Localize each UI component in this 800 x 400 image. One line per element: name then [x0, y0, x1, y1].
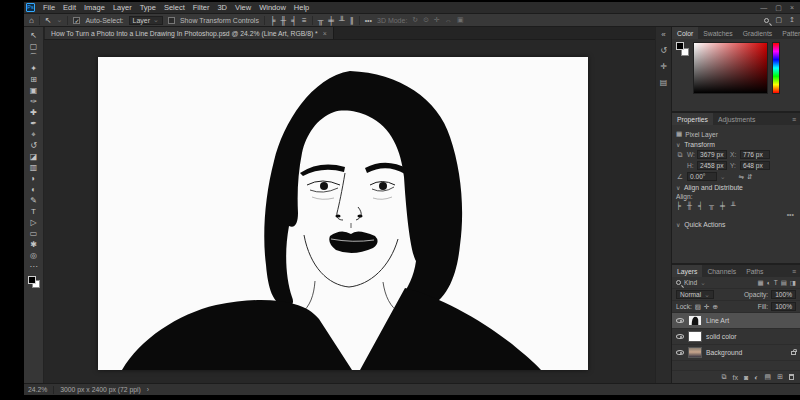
- pasteboard[interactable]: [44, 40, 655, 383]
- tab-channels[interactable]: Channels: [702, 265, 741, 277]
- color-swatch-control[interactable]: [28, 276, 40, 288]
- y-field[interactable]: 648 px: [740, 161, 770, 170]
- search-icon[interactable]: [764, 18, 769, 23]
- delete-layer-icon[interactable]: [789, 374, 794, 380]
- flip-vertical-icon[interactable]: ⇵: [747, 173, 753, 181]
- status-arrow-icon[interactable]: ›: [147, 386, 149, 393]
- zoom-tool-icon[interactable]: ◎: [30, 250, 37, 261]
- history-icon[interactable]: ↺: [660, 46, 667, 55]
- healing-brush-tool-icon[interactable]: ✚: [30, 107, 37, 118]
- brush-tool-icon[interactable]: ✒: [30, 118, 37, 129]
- 3d-pan-icon[interactable]: ✛: [434, 16, 440, 24]
- pen-tool-icon[interactable]: ✎: [30, 195, 37, 206]
- panel-menu-icon[interactable]: ≡: [792, 265, 800, 277]
- lock-transparency-icon[interactable]: ▨: [695, 303, 701, 311]
- color-panel-swatches[interactable]: [676, 42, 689, 56]
- menu-select[interactable]: Select: [160, 3, 189, 12]
- tab-color[interactable]: Color: [672, 27, 698, 39]
- menu-view[interactable]: View: [231, 3, 255, 12]
- move-tool-icon[interactable]: ↖: [30, 30, 37, 41]
- clone-stamp-tool-icon[interactable]: ⌖: [31, 129, 36, 140]
- lock-position-icon[interactable]: ✛: [704, 303, 710, 311]
- layer-style-fx-icon[interactable]: fx: [733, 374, 738, 381]
- filter-type-icon[interactable]: T: [774, 279, 778, 287]
- axes-icon[interactable]: ✛: [660, 62, 667, 71]
- type-tool-icon[interactable]: T: [31, 206, 36, 217]
- new-layer-icon[interactable]: ⊞: [777, 373, 783, 381]
- chevron-down-icon[interactable]: ⌄: [57, 16, 63, 24]
- blur-tool-icon[interactable]: ◗: [31, 173, 36, 184]
- link-dimensions-icon[interactable]: ⧉: [676, 151, 684, 159]
- menu-file[interactable]: File: [39, 3, 59, 12]
- menu-help[interactable]: Help: [290, 3, 313, 12]
- layer-thumbnail[interactable]: [688, 347, 702, 358]
- flip-horizontal-icon[interactable]: ⇋: [739, 173, 745, 181]
- show-transform-checkbox[interactable]: [168, 17, 175, 24]
- angle-field[interactable]: 0.00°: [687, 172, 717, 181]
- chevron-down-icon[interactable]: ∨: [676, 222, 680, 228]
- restore-button[interactable]: ▢: [775, 4, 782, 12]
- menu-type[interactable]: Type: [136, 3, 160, 12]
- chevron-down-icon[interactable]: ∨: [676, 185, 680, 191]
- opacity-field[interactable]: 100%: [771, 290, 796, 299]
- link-layers-icon[interactable]: ⧉: [722, 373, 727, 381]
- home-icon[interactable]: ⌂: [29, 16, 34, 25]
- align-right-icon[interactable]: ╡: [698, 202, 703, 209]
- x-field[interactable]: 776 px: [740, 150, 770, 159]
- 3d-roll-icon[interactable]: ⊙: [423, 16, 429, 24]
- width-field[interactable]: 3679 px: [697, 150, 727, 159]
- gradient-tool-icon[interactable]: ▥: [30, 162, 38, 173]
- layer-thumbnail[interactable]: [688, 331, 702, 342]
- eraser-tool-icon[interactable]: ◪: [30, 151, 38, 162]
- menu-image[interactable]: Image: [80, 3, 109, 12]
- menu-layer[interactable]: Layer: [109, 3, 136, 12]
- move-tool-preset-icon[interactable]: ↖: [45, 16, 52, 25]
- tab-gradients[interactable]: Gradients: [738, 27, 777, 39]
- kind-filter-label[interactable]: Kind: [684, 279, 697, 286]
- menu-edit[interactable]: Edit: [59, 3, 80, 12]
- align-bottom-icon[interactable]: ╨: [731, 202, 736, 209]
- menu-window[interactable]: Window: [255, 3, 290, 12]
- layer-thumbnail[interactable]: [688, 315, 702, 326]
- tab-swatches[interactable]: Swatches: [698, 27, 737, 39]
- align-right-icon[interactable]: ╡: [291, 16, 297, 25]
- align-top-icon[interactable]: ╥: [709, 202, 714, 209]
- more-align-options-icon[interactable]: •••: [676, 211, 794, 218]
- fill-field[interactable]: 100%: [771, 302, 796, 311]
- align-v-center-icon[interactable]: ╪: [720, 202, 725, 209]
- 3d-scale-icon[interactable]: ▣: [457, 16, 464, 24]
- menu-3d[interactable]: 3D: [213, 3, 231, 12]
- menu-filter[interactable]: Filter: [189, 3, 214, 12]
- visibility-eye-icon[interactable]: [676, 318, 684, 323]
- path-selection-tool-icon[interactable]: ▷: [30, 217, 36, 228]
- foreground-color-swatch[interactable]: [676, 42, 684, 50]
- quick-selection-tool-icon[interactable]: ✦: [30, 63, 37, 74]
- expand-panels-icon[interactable]: «: [661, 30, 665, 39]
- shape-tool-icon[interactable]: ▭: [30, 228, 38, 239]
- chevron-down-icon[interactable]: ∨: [676, 142, 680, 148]
- chevron-down-icon[interactable]: ⌄: [720, 173, 726, 181]
- height-field[interactable]: 2458 px: [697, 161, 727, 170]
- lock-all-icon[interactable]: ⊕: [713, 303, 719, 311]
- filter-smart-object-icon[interactable]: ◨: [790, 279, 796, 287]
- visibility-eye-icon[interactable]: [676, 334, 684, 339]
- panel-menu-icon[interactable]: ≡: [792, 113, 800, 125]
- sliders-icon[interactable]: ▤: [660, 78, 668, 87]
- history-brush-tool-icon[interactable]: ↺: [30, 140, 37, 151]
- 3d-slide-icon[interactable]: ⇔: [445, 17, 452, 24]
- dodge-tool-icon[interactable]: ◐: [31, 184, 36, 195]
- align-center-icon[interactable]: ╫: [281, 16, 287, 25]
- tab-properties[interactable]: Properties: [672, 113, 713, 125]
- distribute-vertical-icon[interactable]: ∥: [350, 16, 354, 25]
- more-options-icon[interactable]: •••: [365, 17, 372, 24]
- filter-group-icon[interactable]: ▤: [781, 279, 787, 287]
- auto-select-checkbox[interactable]: [73, 17, 80, 24]
- minimize-button[interactable]: —: [760, 4, 767, 12]
- edit-toolbar-icon[interactable]: ⋯: [30, 261, 38, 272]
- marquee-tool-icon[interactable]: ▢: [30, 41, 38, 52]
- document-tab[interactable]: How To Turn a Photo Into a Line Drawing …: [45, 27, 334, 39]
- add-layer-mask-icon[interactable]: ◙: [744, 374, 748, 381]
- close-tab-icon[interactable]: ×: [323, 30, 327, 37]
- new-group-icon[interactable]: ▤: [765, 373, 772, 381]
- blend-mode-dropdown[interactable]: Normal ⌄: [676, 290, 714, 299]
